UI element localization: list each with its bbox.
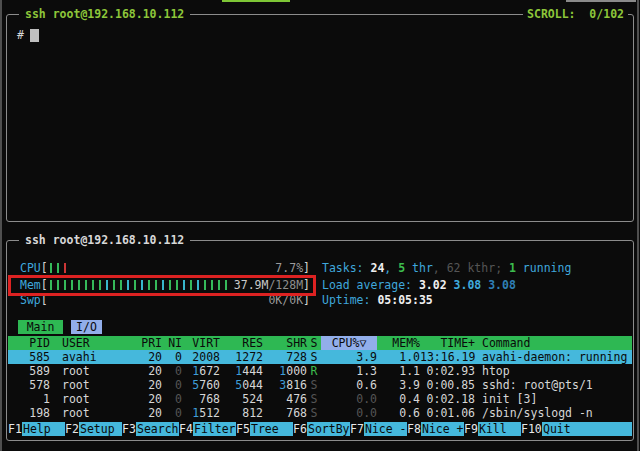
cpu-meter-open-bracket: [ — [41, 261, 48, 275]
cell-pri: 20 — [130, 406, 162, 420]
prompt-symbol: # — [17, 28, 24, 42]
header-pid[interactable]: PID — [8, 336, 50, 350]
f5-key[interactable]: F5 — [236, 422, 250, 436]
tasks-line: Tasks: 24, 5 thr, 62 kthr; 1 running — [322, 261, 571, 275]
cell-user: root — [50, 406, 130, 420]
header-ni[interactable]: NI — [162, 336, 182, 350]
process-row-syslogd[interactable]: 198root2001512812768S0.00.60:01.06/sbin/… — [8, 406, 632, 420]
cell-ni: 0 — [162, 350, 182, 364]
process-row-avahi[interactable]: 585avahi20020081272728S3.91.013:16.19ava… — [8, 350, 632, 364]
header-mem[interactable]: MEM% — [377, 336, 420, 350]
cell-pid: 589 — [8, 364, 50, 378]
cell-state: S — [307, 406, 321, 420]
cell-ni: 0 — [162, 406, 182, 420]
cell-command: init [3] — [475, 392, 537, 406]
cell-command: /sbin/syslogd -n — [475, 406, 593, 420]
cell-cpu: 0.6 — [321, 378, 377, 392]
cell-mem: 0.4 — [377, 392, 420, 406]
cell-pid: 578 — [8, 378, 50, 392]
f3-key[interactable]: F3 — [122, 422, 136, 436]
tab-main[interactable]: Main — [18, 320, 63, 334]
f3-search-button[interactable]: Search — [136, 422, 179, 436]
f6-key[interactable]: F6 — [293, 422, 307, 436]
f2-setup-button[interactable]: Setup — [79, 422, 122, 436]
f1-key[interactable]: F1 — [8, 422, 22, 436]
cell-mem: 1.1 — [377, 364, 420, 378]
cell-mem: 1.0 — [377, 350, 420, 364]
top-green-line — [222, 0, 290, 2]
window-edge-left — [0, 0, 2, 451]
cell-pid: 585 — [8, 350, 50, 364]
f2-key[interactable]: F2 — [65, 422, 79, 436]
cell-pri: 20 — [130, 378, 162, 392]
cell-time: 0:02.18 — [420, 392, 475, 406]
uptime-label: Uptime: — [322, 293, 377, 307]
terminal-screen: ssh root@192.168.10.112 SCROLL: 0/102 # … — [0, 0, 640, 451]
cell-command: htop — [475, 364, 510, 378]
cell-state: S — [307, 392, 321, 406]
function-key-bar: F1HelpF2SetupF3SearchF4FilterF5TreeF6Sor… — [8, 422, 632, 436]
cell-mem: 3.9 — [377, 378, 420, 392]
header-command[interactable]: Command — [475, 336, 530, 350]
kthread-segment: , 62 kthr; — [433, 261, 509, 275]
header-state[interactable]: S — [307, 336, 321, 350]
header-shr[interactable]: SHR — [263, 336, 307, 350]
cell-command: sshd: root@pts/1 — [475, 378, 593, 392]
cell-shr: 3816 — [263, 378, 307, 392]
cell-res: 1444 — [220, 364, 263, 378]
cell-user: avahi — [50, 350, 130, 364]
f10-key[interactable]: F10 — [521, 422, 542, 436]
cell-virt: 1672 — [182, 364, 220, 378]
cpu-meter-label: CPU — [20, 261, 41, 275]
f9-kill-button[interactable]: Kill — [478, 422, 521, 436]
process-row-init[interactable]: 1root200768524476S0.00.40:02.18init [3] — [8, 392, 632, 406]
top-pane[interactable]: ssh root@192.168.10.112 SCROLL: 0/102 # — [6, 14, 634, 222]
cell-time: 0:01.06 — [420, 406, 475, 420]
f10-quit-button[interactable]: Quit — [542, 422, 632, 436]
f4-key[interactable]: F4 — [179, 422, 193, 436]
cell-user: root — [50, 364, 130, 378]
tab-io[interactable]: I/O — [71, 320, 102, 334]
f9-key[interactable]: F9 — [464, 422, 478, 436]
shell-prompt[interactable]: # — [17, 28, 39, 42]
f5-tree-button[interactable]: Tree — [250, 422, 293, 436]
bottom-pane-title: ssh root@192.168.10.112 — [19, 233, 190, 247]
f8-key[interactable]: F8 — [407, 422, 421, 436]
f7-key[interactable]: F7 — [350, 422, 364, 436]
cell-cpu: 0.0 — [321, 392, 377, 406]
text-cursor — [30, 29, 39, 42]
cell-cpu: 0.0 — [321, 406, 377, 420]
sort-arrow-icon: ▽ — [359, 336, 366, 350]
header-user[interactable]: USER — [50, 336, 130, 350]
scroll-indicator: SCROLL: 0/102 — [523, 7, 628, 21]
top-gray-line — [566, 0, 636, 2]
f6-sortby-button[interactable]: SortBy — [307, 422, 350, 436]
tasks-label: Tasks: — [322, 261, 370, 275]
header-cpu-sort[interactable]: CPU%▽ — [321, 336, 377, 350]
running-label: running — [516, 261, 571, 275]
f4-filter-button[interactable]: Filter — [193, 422, 236, 436]
cell-pri: 20 — [130, 350, 162, 364]
header-time[interactable]: TIME+ — [420, 336, 475, 350]
cell-virt: 768 — [182, 392, 220, 406]
header-pri[interactable]: PRI — [130, 336, 162, 350]
cell-time: 13:16.19 — [420, 350, 475, 364]
cell-res: 1272 — [220, 350, 263, 364]
cell-pid: 198 — [8, 406, 50, 420]
cell-time: 0:02.93 — [420, 364, 475, 378]
top-pane-title: ssh root@192.168.10.112 — [19, 7, 190, 21]
cell-virt: 5760 — [182, 378, 220, 392]
process-row-htop[interactable]: 589root200167214441000R1.31.10:02.93htop — [8, 364, 632, 378]
cell-user: root — [50, 392, 130, 406]
process-row-sshd[interactable]: 578root200576050443816S0.63.90:00.85sshd… — [8, 378, 632, 392]
f7-nice-minus-button[interactable]: Nice - — [364, 422, 407, 436]
cell-command: avahi-daemon: running — [475, 350, 627, 364]
header-virt[interactable]: VIRT — [182, 336, 220, 350]
cell-shr: 768 — [263, 406, 307, 420]
f8-nice-plus-button[interactable]: Nice + — [421, 422, 464, 436]
load-average-label: Load average: — [322, 278, 419, 292]
cell-res: 812 — [220, 406, 263, 420]
f1-help-button[interactable]: Help — [22, 422, 65, 436]
header-res[interactable]: RES — [220, 336, 263, 350]
running-count: 1 — [509, 261, 516, 275]
